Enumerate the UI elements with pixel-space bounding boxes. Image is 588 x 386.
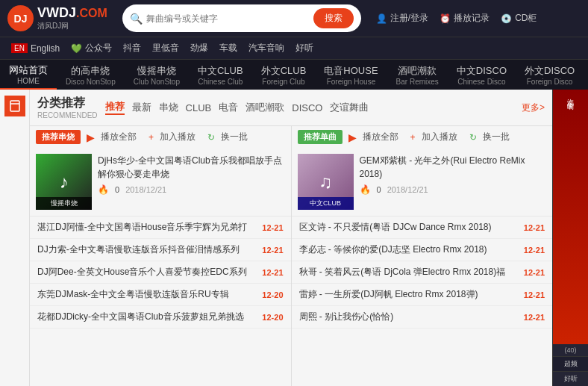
main-content: 分类推荐 RECOMMENDED 推荐 最新 串烧 CLUB 电音 酒吧潮歌 D…	[30, 90, 552, 386]
user-icon: 👤	[376, 13, 387, 24]
right-fire-count: 0	[377, 185, 381, 194]
left-track-4[interactable]: 东莞DJMask-全中文全粤语慢歌连版音乐RU专辑 12-20	[30, 284, 291, 306]
nav-disco[interactable]: 的高串烧 Disco NonStop	[57, 60, 125, 90]
left-track-3[interactable]: DJ阿Dee-全英文House音乐个人喜爱节奏控EDC系列 12-21	[30, 261, 291, 284]
tag-club[interactable]: CLUB	[186, 102, 212, 113]
left-track-list: 湛江DJ阿懂-全中文国粤语House音乐季宇辉为兄弟打 12-21 DJ力索-全…	[30, 217, 291, 329]
nav2-english[interactable]: EN English	[11, 43, 60, 54]
search-icon: 🔍	[130, 13, 143, 25]
tag-mix[interactable]: 串烧	[159, 101, 178, 114]
right-column: 推荐单曲 ▶ 播放全部 + 加入播放 ↻ 换一批 ♫ 中文CLUB G	[292, 126, 553, 386]
main-nav: 网站首页 HOME 的高串烧 Disco NonStop 慢摇串烧 Club N…	[0, 60, 588, 90]
right-refresh-icon[interactable]: ↻	[469, 132, 477, 143]
left-refresh-icon[interactable]: ↻	[207, 132, 215, 143]
nav2-wechat[interactable]: 💚 公众号	[71, 42, 112, 55]
nav-cn-club[interactable]: 中文CLUB Chinese Club	[189, 60, 252, 90]
nav-ballroom[interactable]: 交谊舞曲 Ballroom Dancing	[584, 60, 588, 90]
right-track-1[interactable]: 区文诗 - 不只爱情(粤语 DJCw Dance Rmx 2018) 12-21	[292, 217, 553, 239]
right-track-2[interactable]: 李必志 - 等候你的爱(DJ志坚 Electro Rmx 2018) 12-21	[292, 239, 553, 261]
bookmark-icon	[8, 99, 22, 113]
search-input[interactable]	[146, 13, 310, 24]
right-track-list: 区文诗 - 不只爱情(粤语 DJCw Dance Rmx 2018) 12-21…	[292, 217, 553, 329]
fire-icon-left: 🔥	[98, 184, 109, 195]
left-fire-count: 0	[115, 185, 119, 194]
nav-home[interactable]: 网站首页 HOME	[0, 60, 57, 90]
nav-cn-disco[interactable]: 中文DISCO Chinese Disco	[448, 60, 516, 90]
left-track-2[interactable]: DJ力索-全中文粤语慢歌连版音乐抖音催泪情感系列 12-21	[30, 239, 291, 261]
right-track-3[interactable]: 秋哥 - 笑着风云(粤语 DjCola 弹Electro Rmx 2018)福 …	[292, 261, 553, 284]
left-featured-info: DjHs华少-全中文国粤语Club音乐我都唱放手点解你狠心要走串烧 🔥 0 20…	[98, 154, 285, 210]
right-rec-header: 推荐单曲 ▶ 播放全部 + 加入播放 ↻ 换一批	[292, 126, 553, 148]
left-badge: 推荐串烧	[36, 130, 81, 144]
right-featured-title: GEM邓紫棋 - 光年之外(Rui Electro ReMix 2018)	[360, 154, 547, 181]
wechat-icon: 💚	[71, 43, 82, 54]
right-date: 2018/12/21	[387, 185, 428, 194]
tag-latest[interactable]: 最新	[132, 101, 151, 114]
left-featured-meta: 🔥 0 2018/12/21	[98, 184, 285, 195]
left-add-btn[interactable]: 加入播放	[160, 131, 196, 143]
left-rec-header: 推荐串烧 ▶ 播放全部 + 加入播放 ↻ 换一批	[30, 126, 291, 148]
left-play-icon: ▶	[87, 131, 95, 143]
right-refresh-btn[interactable]: 换一批	[483, 131, 510, 143]
cd-action[interactable]: 💿 CD柜	[501, 12, 537, 25]
left-date: 2018/12/21	[125, 185, 166, 194]
banner-car-audio: 汽车音响	[566, 93, 575, 99]
left-track-5[interactable]: 花都DJDicky-全中文国粤语Club音乐菠萝姐兄弟挑选 12-20	[30, 306, 291, 329]
nav2-chezai[interactable]: 车载	[219, 42, 237, 55]
left-plus-icon[interactable]: +	[148, 132, 154, 143]
far-right-sidebar: 汽车音响 (40) 超频 好听	[552, 90, 588, 386]
register-login-action[interactable]: 👤 注册/登录	[376, 12, 428, 25]
history-action[interactable]: ⏰ 播放记录	[440, 12, 490, 25]
search-button[interactable]: 搜索	[313, 8, 354, 28]
tag-electric[interactable]: 电音	[219, 101, 238, 114]
nav2-haoting[interactable]: 好听	[295, 42, 313, 55]
logo: DJ VWDJ.COM 清风DJ网	[7, 5, 107, 31]
search-box: 🔍 搜索	[122, 4, 361, 32]
right-featured-meta: 🔥 0 2018/12/21	[360, 184, 547, 195]
category-tags: 推荐 最新 串烧 CLUB 电音 酒吧潮歌 DISCO 交谊舞曲 更多>	[105, 100, 545, 115]
left-column: 推荐串烧 ▶ 播放全部 + 加入播放 ↻ 换一批 ♪ 慢摇串烧	[30, 126, 292, 386]
header: DJ VWDJ.COM 清风DJ网 🔍 搜索 👤 注册/登录 ⏰ 播放记录 💿 …	[0, 0, 588, 37]
left-refresh-btn[interactable]: 换一批	[221, 131, 248, 143]
tag-recommended[interactable]: 推荐	[105, 100, 125, 115]
nav-foreign-club[interactable]: 外文CLUB Foreign Club	[252, 60, 316, 90]
left-featured-track: ♪ 慢摇串烧 DjHs华少-全中文国粤语Club音乐我都唱放手点解你狠心要走串烧…	[30, 148, 291, 217]
nav2-jinbao[interactable]: 劲爆	[190, 42, 208, 55]
tag-bar[interactable]: 酒吧潮歌	[245, 101, 284, 114]
left-featured-title: DjHs华少-全中文国粤语Club音乐我都唱放手点解你狠心要走串烧	[98, 154, 285, 181]
fire-icon-right: 🔥	[360, 184, 371, 195]
nav2-douyin[interactable]: 抖音	[123, 42, 141, 55]
right-ad-1: (40)	[553, 344, 588, 356]
more-button[interactable]: 更多>	[522, 102, 545, 114]
left-play-all[interactable]: 播放全部	[101, 131, 137, 143]
svg-rect-0	[10, 101, 19, 111]
left-icon-panel	[0, 90, 30, 386]
right-play-icon: ▶	[348, 131, 357, 143]
nav2-bass[interactable]: 里低音	[152, 42, 179, 55]
tag-ballroom[interactable]: 交谊舞曲	[330, 101, 369, 114]
secondary-nav: EN English 💚 公众号 抖音 里低音 劲爆 车载 汽车音响 好听	[0, 37, 588, 60]
right-banner-area: 汽车音响	[553, 90, 588, 344]
nav2-car-audio[interactable]: 汽车音响	[248, 42, 284, 55]
right-play-all[interactable]: 播放全部	[363, 131, 398, 143]
right-plus-icon[interactable]: +	[410, 132, 416, 143]
left-featured-label: 慢摇串烧	[36, 197, 92, 210]
right-add-btn[interactable]: 加入播放	[422, 131, 457, 143]
right-track-5[interactable]: 周熙 - 别让我伤心(恰恰) 12-21	[292, 306, 553, 329]
right-featured-info: GEM邓紫棋 - 光年之外(Rui Electro ReMix 2018) 🔥 …	[360, 154, 547, 210]
category-icon	[4, 96, 25, 116]
right-ad-3: 好听	[553, 371, 588, 386]
category-title-block: 分类推荐 RECOMMENDED	[37, 96, 98, 119]
nav-house[interactable]: 电音HOUSE Foreign House	[315, 60, 387, 90]
right-track-4[interactable]: 雷婷 - 一生所爱(DJ阿帆 Electro Rmx 2018弹) 12-21	[292, 284, 553, 306]
right-featured-thumb: ♫ 中文CLUB	[298, 154, 354, 210]
nav-foreign-disco[interactable]: 外文DISCO Foreign Disco	[516, 60, 584, 90]
nav-bar[interactable]: 酒吧潮款 Bar Remixes	[387, 60, 448, 90]
nav-slow[interactable]: 慢摇串烧 Club NonStop	[125, 60, 189, 90]
logo-icon: DJ	[7, 5, 34, 31]
cd-icon: 💿	[501, 13, 512, 24]
logo-text: VWDJ.COM 清风DJ网	[37, 5, 107, 31]
content-area: 分类推荐 RECOMMENDED 推荐 最新 串烧 CLUB 电音 酒吧潮歌 D…	[0, 90, 588, 386]
tag-disco[interactable]: DISCO	[292, 102, 322, 113]
left-track-1[interactable]: 湛江DJ阿懂-全中文国粤语House音乐季宇辉为兄弟打 12-21	[30, 217, 291, 239]
